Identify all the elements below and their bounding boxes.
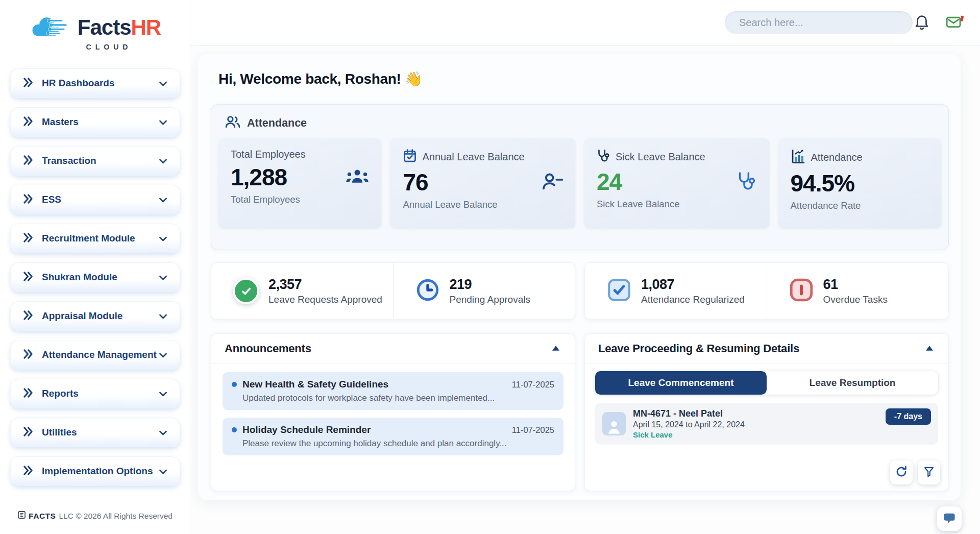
attendance-rate-value: 94.5% (791, 169, 854, 197)
double-chevron-icon (22, 465, 34, 478)
bell-icon (913, 13, 930, 32)
refresh-button[interactable] (890, 460, 913, 484)
hr-dashboard-page: FactsHR CLOUD HR Dashboards Masters Tran… (0, 0, 980, 534)
sidebar-item-recruitment-module[interactable]: Recruitment Module (10, 224, 180, 253)
double-chevron-icon (22, 426, 34, 440)
sidebar-item-utilities[interactable]: Utilities (10, 418, 180, 447)
checkbox-icon (606, 277, 632, 305)
check-circle-icon (233, 278, 259, 304)
chevron-down-icon (158, 272, 168, 283)
double-chevron-icon (22, 232, 34, 246)
bullet-dot-icon (232, 427, 237, 432)
chevron-down-icon (158, 311, 168, 322)
topbar (190, 0, 980, 45)
double-chevron-icon (22, 115, 34, 129)
chevron-down-icon (158, 117, 168, 128)
annual-leave-value: 76 (403, 168, 428, 196)
chevron-down-icon (158, 78, 168, 89)
stat-card-sick-leave: Sick Leave Balance 24 Sick Leave Balance (584, 138, 769, 228)
employee-name: MN-4671 - Neel Patel (633, 408, 745, 419)
avatar (602, 412, 626, 435)
leave-entry-row[interactable]: MN-4671 - Neel Patel April 15, 2024 to A… (595, 403, 938, 445)
announcements-title: Announcements (225, 342, 311, 355)
sidebar-item-appraisal-module[interactable]: Appraisal Module (10, 301, 180, 331)
chat-button[interactable] (937, 506, 962, 531)
double-chevron-icon (22, 77, 34, 90)
calendar-check-icon (403, 149, 417, 165)
stat-pending-approvals: 219 Pending Approvals (393, 263, 575, 319)
sidebar-item-transaction[interactable]: Transaction (10, 146, 180, 176)
stat-leave-requests-approved: 2,357 Leave Requests Approved (211, 263, 393, 319)
brand-logo: FactsHR CLOUD (0, 13, 190, 51)
clock-icon (415, 277, 440, 305)
tab-leave-commencement[interactable]: Leave Commencement (595, 371, 767, 395)
sidebar-item-shukran-module[interactable]: Shukran Module (10, 262, 180, 292)
brand-name: FactsHR (78, 15, 161, 40)
stethoscope-icon (597, 149, 610, 165)
days-badge: -7 days (886, 408, 931, 425)
chevron-down-icon (158, 156, 168, 166)
stat-card-total-employees: Total Employees 1,288 Total Employees (218, 138, 381, 228)
stat-overdue-tasks: 61 Overdue Tasks (767, 263, 949, 319)
double-chevron-icon (22, 193, 34, 207)
sidebar-item-attendance-management[interactable]: Attendance Management (10, 340, 180, 370)
welcome-heading: Hi, Welcome back, Roshan! 👋 (218, 70, 423, 87)
stat-attendance-regularized: 1,087 Attendance Regularized (585, 263, 767, 319)
chevron-down-icon (158, 389, 168, 399)
double-chevron-icon (22, 387, 34, 401)
sidebar-item-reports[interactable]: Reports (10, 379, 180, 408)
sidebar-item-hr-dashboards[interactable]: HR Dashboards (10, 68, 180, 98)
double-chevron-icon (22, 348, 34, 362)
notifications-button[interactable] (912, 12, 932, 33)
people-group-icon (346, 168, 369, 187)
announcement-date: 11-07-2025 (512, 425, 554, 435)
announcement-item[interactable]: New Health & Safety Guidelines 11-07-202… (223, 372, 564, 410)
sidebar-item-ess[interactable]: ESS (10, 185, 180, 214)
stethoscope-icon (737, 171, 757, 193)
bottom-panels-row: Announcements New Health & Safety Guidel… (211, 333, 949, 491)
attendance-section: Attendance Total Employees 1,288 Total E… (211, 104, 949, 250)
main-content: Hi, Welcome back, Roshan! 👋 Attendance T… (198, 54, 961, 500)
leave-panel-collapse-button[interactable] (924, 343, 935, 354)
sick-leave-value: 24 (597, 168, 622, 196)
person-minus-icon (541, 173, 563, 192)
sidebar-item-implementation-options[interactable]: Implementation Options (10, 456, 180, 486)
sidebar: FactsHR CLOUD HR Dashboards Masters Tran… (0, 0, 190, 534)
caret-up-icon (926, 345, 933, 352)
cloud-logo-icon (30, 13, 75, 42)
bar-chart-icon (791, 149, 806, 166)
leave-panel-title: Leave Proceeding & Resuming Details (598, 342, 799, 355)
leave-type: Sick Leave (633, 430, 745, 439)
filter-button[interactable] (918, 460, 940, 484)
facts-logo-icon (18, 511, 26, 521)
double-chevron-icon (22, 154, 34, 168)
bullet-dot-icon (232, 382, 237, 387)
leave-proceeding-panel: Leave Proceeding & Resuming Details Leav… (584, 333, 949, 491)
double-chevron-icon (22, 309, 34, 323)
quick-stats-row: 2,357 Leave Requests Approved 219 Pendin… (211, 262, 949, 320)
people-pair-icon (225, 115, 240, 131)
stat-card-attendance-rate: Attendance 94.5% Attendance Rate (778, 138, 941, 228)
messages-button[interactable] (945, 13, 966, 32)
attendance-section-title: Attendance (247, 117, 307, 130)
announcements-panel: Announcements New Health & Safety Guidel… (211, 333, 575, 491)
task-stats-panel: 1,087 Attendance Regularized 61 Overdue … (584, 262, 949, 320)
search-input[interactable] (725, 11, 913, 34)
caret-up-icon (552, 345, 559, 352)
announcement-date: 11-07-2025 (512, 380, 554, 390)
chevron-down-icon (158, 233, 168, 244)
announcement-item[interactable]: Holiday Schedule Reminder 11-07-2025 Ple… (223, 418, 564, 455)
refresh-icon (895, 465, 908, 480)
copyright-footer: FACTS LLC © 2026 All Rights Reserved (0, 511, 190, 521)
filter-icon (923, 466, 935, 479)
chevron-down-icon (158, 427, 168, 438)
chevron-down-icon (158, 350, 168, 360)
mail-icon (946, 14, 965, 31)
alert-icon (789, 277, 814, 305)
tab-leave-resumption[interactable]: Leave Resumption (767, 371, 938, 395)
brand-subtitle: CLOUD (86, 43, 132, 51)
sidebar-item-masters[interactable]: Masters (10, 107, 180, 137)
chat-bubble-icon (942, 511, 957, 527)
double-chevron-icon (22, 271, 34, 284)
announcements-collapse-button[interactable] (550, 343, 561, 354)
